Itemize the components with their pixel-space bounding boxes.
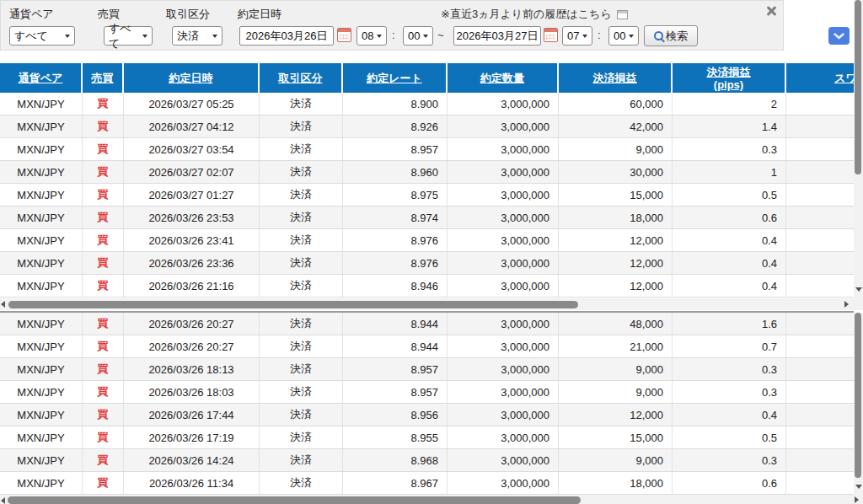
scroll-left-arrow-icon[interactable] [1,301,5,308]
cell-swap [786,426,854,448]
table-row[interactable]: MXN/JPY買2026/03/26 23:36決済8.9763,000,000… [0,252,854,275]
table-row[interactable]: MXN/JPY買2026/03/26 11:34決済8.9673,000,000… [0,472,854,495]
scrollbar-thumb[interactable] [8,496,581,504]
column-header-side[interactable]: 売買 [83,63,124,93]
cell-side: 買 [83,138,124,160]
cell-qty: 3,000,000 [448,449,559,471]
chevron-down-icon [629,35,634,38]
cell-rate: 8.900 [343,93,448,115]
vertical-scrollbar-top[interactable] [854,0,863,298]
cell-pips: 0.3 [673,138,786,160]
scroll-right-arrow-icon[interactable] [844,301,849,308]
table-row[interactable]: MXN/JPY買2026/03/26 14:24決済8.9683,000,000… [0,449,854,472]
cell-pl: 18,000 [559,206,673,228]
table-row[interactable]: MXN/JPY買2026/03/27 05:25決済8.9003,000,000… [0,93,854,115]
scroll-down-arrow-icon[interactable] [855,485,862,489]
open-window-icon[interactable] [617,10,628,19]
cell-pair: MXN/JPY [0,138,83,160]
cell-pips: 0.4 [673,229,786,251]
table-row[interactable]: MXN/JPY買2026/03/26 23:53決済8.9743,000,000… [0,206,854,229]
search-button[interactable]: 検索 [644,25,698,46]
table-row[interactable]: MXN/JPY買2026/03/26 18:13決済8.9573,000,000… [0,358,854,381]
chevron-down-icon [377,35,382,38]
time-colon: : [392,29,395,41]
cell-pl: 42,000 [559,115,673,137]
table-row[interactable]: MXN/JPY買2026/03/27 02:07決済8.9603,000,000… [0,161,854,184]
cell-pips: 0.4 [673,404,786,426]
scrollbar-thumb[interactable] [855,0,861,174]
calendar-icon[interactable] [544,28,558,42]
date-to-input[interactable] [453,26,541,46]
scroll-left-arrow-icon[interactable] [1,497,5,504]
scroll-down-arrow-icon[interactable] [855,287,862,292]
cell-rate: 8.957 [343,138,448,160]
column-header-pl[interactable]: 決済損益 [559,63,673,93]
cell-pair: MXN/JPY [0,381,83,403]
cell-side: 買 [83,275,124,297]
column-header-swap[interactable]: スワップ [786,63,854,93]
vertical-scrollbar-bottom[interactable] [854,313,863,495]
scroll-right-arrow-icon[interactable] [855,496,859,503]
table-row[interactable]: MXN/JPY買2026/03/26 20:27決済8.9443,000,000… [0,335,854,358]
hour-from-select[interactable]: 08 [356,26,387,46]
cell-rate: 8.974 [343,206,448,228]
table-row[interactable]: MXN/JPY買2026/03/26 17:19決済8.9553,000,000… [0,426,854,449]
cell-swap [786,472,854,494]
scrollbar-thumb[interactable] [8,301,578,308]
cell-pips: 0.3 [673,381,786,403]
cell-datetime: 2026/03/26 11:34 [124,472,260,494]
cell-pair: MXN/JPY [0,472,83,494]
cell-datetime: 2026/03/26 23:36 [124,252,260,274]
cell-side: 買 [83,358,124,380]
cell-pair: MXN/JPY [0,404,83,426]
cell-qty: 3,000,000 [448,252,559,274]
column-header-pair[interactable]: 通貨ペア [0,63,83,93]
table-row[interactable]: MXN/JPY買2026/03/26 20:27決済8.9443,000,000… [0,313,854,335]
minute-from-select[interactable]: 00 [403,26,433,46]
table-row[interactable]: MXN/JPY買2026/03/26 18:03決済8.9573,000,000… [0,381,854,404]
pair-select[interactable]: すべて [9,26,75,46]
table-row[interactable]: MXN/JPY買2026/03/26 17:44決済8.9563,000,000… [0,404,854,426]
cell-rate: 8.967 [343,472,448,494]
table-row[interactable]: MXN/JPY買2026/03/27 01:27決済8.9753,000,000… [0,184,854,206]
cell-pair: MXN/JPY [0,93,83,115]
cell-pl: 12,000 [559,404,673,426]
cell-type: 決済 [260,206,343,228]
trade-history-table-bottom: MXN/JPY買2026/03/26 20:27決済8.9443,000,000… [0,311,854,495]
horizontal-scrollbar-middle[interactable] [0,298,863,310]
cell-qty: 3,000,000 [448,404,559,426]
date-from-input[interactable] [239,26,334,46]
hour-to-select[interactable]: 07 [562,26,592,46]
horizontal-scrollbar-bottom[interactable] [0,495,863,504]
table-row[interactable]: MXN/JPY買2026/03/26 23:41決済8.9763,000,000… [0,229,854,252]
cell-qty: 3,000,000 [448,426,559,448]
collapse-panel-button[interactable] [828,27,850,45]
column-header-qty[interactable]: 約定数量 [448,63,559,93]
column-header-pips[interactable]: 決済損益(pips) [673,63,786,93]
cell-qty: 3,000,000 [448,115,559,137]
column-header-datetime[interactable]: 約定日時 [124,63,260,93]
minute-to-select[interactable]: 00 [608,26,639,46]
table-row[interactable]: MXN/JPY買2026/03/27 04:12決済8.9263,000,000… [0,115,854,138]
table-row[interactable]: MXN/JPY買2026/03/26 21:16決済8.9463,000,000… [0,275,854,298]
chevron-down-icon [834,33,844,40]
cell-side: 買 [83,184,124,206]
scrollbar-thumb[interactable] [855,313,861,478]
cell-pips: 0.6 [673,206,786,228]
search-button-label: 検索 [666,29,688,44]
cell-swap [786,161,854,183]
cell-pips: 0.7 [673,335,786,357]
close-icon[interactable] [764,4,778,18]
calendar-icon[interactable] [337,28,351,42]
table-row[interactable]: MXN/JPY買2026/03/27 03:54決済8.9573,000,000… [0,138,854,161]
side-select[interactable]: すべて [104,26,153,46]
column-header-rate[interactable]: 約定レート [343,63,448,93]
cell-pl: 30,000 [559,161,673,183]
history-note-link[interactable]: ※直近3ヵ月より前の履歴はこちら [441,7,628,22]
column-header-type[interactable]: 取引区分 [260,63,343,93]
table-rows-bottom: MXN/JPY買2026/03/26 20:27決済8.9443,000,000… [0,313,854,495]
cell-rate: 8.926 [343,115,448,137]
cell-swap [786,404,854,426]
cell-pips: 0.6 [673,472,786,494]
type-select[interactable]: 決済 [172,26,222,46]
